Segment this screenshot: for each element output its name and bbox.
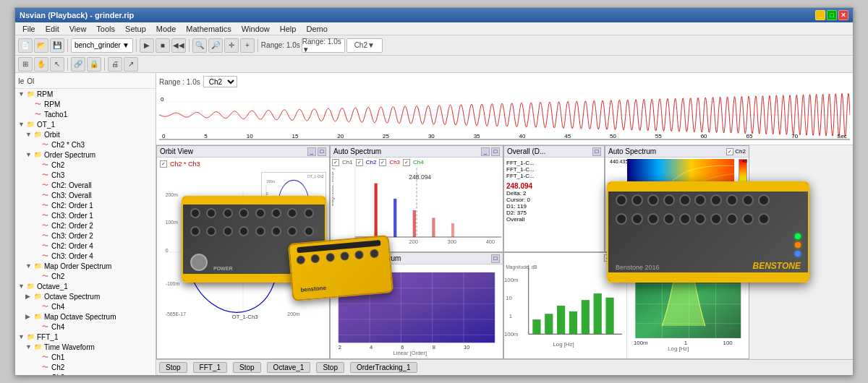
tree-ch2-overall[interactable]: 〜 Ch2: Overall xyxy=(15,180,156,190)
map-order-svg: 2 4 6 8 10 Linear [Order] xyxy=(331,264,503,358)
menu-help[interactable]: Help xyxy=(276,24,301,34)
tree-mo-ch2[interactable]: 〜 Ch2 xyxy=(15,271,156,281)
toolbar-zoom-in[interactable]: 🔍 xyxy=(192,38,207,53)
toolbar-print[interactable]: 🖨 xyxy=(108,57,122,72)
as-ch2-cb[interactable] xyxy=(356,159,363,166)
tree-ch3-order2[interactable]: 〜 Ch3: Order 2 xyxy=(15,231,156,241)
tree-time-waveform[interactable]: ▼ 📁 Time Waveform xyxy=(15,342,156,352)
orbit-max-btn[interactable]: □ xyxy=(318,147,326,156)
tree-label-ch2-o4: Ch2: Order 4 xyxy=(51,242,93,250)
svg-text:OT_1-Ch3: OT_1-Ch3 xyxy=(286,228,302,231)
wave-icon-3: 〜 xyxy=(40,140,50,149)
auto-spec-max[interactable]: □ xyxy=(491,147,500,156)
folder-icon-os2: 📁 xyxy=(33,292,43,301)
auto-spec-right-content: 440.435 104.65 xyxy=(605,158,749,251)
svg-rect-27 xyxy=(393,199,396,237)
tree-map-octave[interactable]: ▶ 📁 Map Octave Spectrum xyxy=(15,311,156,322)
tree-arrow-tw: ▼ xyxy=(25,343,33,350)
menu-window[interactable]: Window xyxy=(237,24,274,34)
toolbar-stop[interactable]: ■ xyxy=(156,38,170,53)
x-tick-5: 5 xyxy=(204,133,207,139)
range-dropdown[interactable]: Range: 1.0s ▼ xyxy=(302,38,345,53)
tree-rpm-channel[interactable]: 〜 RPM xyxy=(15,99,156,109)
tree-tw-ch3[interactable]: 〜 Ch3 xyxy=(15,372,156,375)
tree-tw-ch2[interactable]: 〜 Ch2 xyxy=(15,362,156,372)
svg-text:100: 100 xyxy=(723,340,733,346)
toolbar-link[interactable]: 🔗 xyxy=(71,57,85,72)
toolbar-cursor2[interactable]: + xyxy=(240,38,255,53)
tree-fft1[interactable]: ▼ 📁 FFT_1 xyxy=(15,332,156,342)
orbit-title: Orbit View _ □ xyxy=(157,146,329,158)
minimize-button[interactable]: _ xyxy=(815,10,825,20)
tree-orbit[interactable]: ▼ 📁 Orbit xyxy=(15,129,156,139)
tree-ch2-order4[interactable]: 〜 Ch2: Order 4 xyxy=(15,241,156,251)
close-button[interactable]: ✕ xyxy=(838,10,848,20)
toolbar-rewind[interactable]: ◀◀ xyxy=(171,38,186,53)
toolbar-play[interactable]: ▶ xyxy=(140,38,154,53)
menu-demo[interactable]: Demo xyxy=(302,24,331,34)
tree-ch2-order2[interactable]: 〜 Ch2: Order 2 xyxy=(15,220,156,231)
overall-cursor-val: 248.094 xyxy=(506,182,602,190)
orbit-min-btn[interactable]: _ xyxy=(307,147,316,156)
tree-ch3-overall[interactable]: 〜 Ch3: Overall xyxy=(15,190,156,200)
tree-oct-ch4[interactable]: 〜 Ch4 xyxy=(15,301,156,311)
bar-ch2-cb[interactable] xyxy=(604,254,611,262)
auto-spec-min[interactable]: _ xyxy=(481,147,490,156)
ch-selector[interactable]: Ch2 ▼ xyxy=(346,38,383,53)
bench-grinder-dropdown[interactable]: bench_grinder ▼ xyxy=(71,38,133,53)
tree-ch3-order4[interactable]: 〜 Ch3: Order 4 xyxy=(15,251,156,261)
toolbar-select[interactable]: ↖ xyxy=(50,57,64,72)
map-order-title-label: Map Order Spectrum xyxy=(333,254,401,262)
tree-order-spectrum[interactable]: ▼ 📁 Order Spectrum xyxy=(15,150,156,160)
toolbar-cursor[interactable]: ✛ xyxy=(224,38,239,53)
top-chart-ch-selector[interactable]: Ch2 xyxy=(203,76,237,87)
asr-ch2-cb[interactable] xyxy=(726,148,733,155)
as-ch3-cb[interactable] xyxy=(379,159,386,166)
menu-edit[interactable]: Edit xyxy=(41,24,64,34)
toolbar-lock[interactable]: 🔒 xyxy=(87,57,101,72)
map-order-max[interactable]: □ xyxy=(491,254,500,263)
toolbar-export[interactable]: ↗ xyxy=(124,57,138,72)
tree-ch3-order1[interactable]: 〜 Ch3: Order 1 xyxy=(15,210,156,220)
tree-rpm-root[interactable]: ▼ 📁 RPM xyxy=(15,89,156,99)
svg-text:100m: 100m xyxy=(633,340,647,346)
bench-grinder-label: bench_grinder xyxy=(75,41,121,49)
toolbar-new[interactable]: 📄 xyxy=(18,38,33,53)
tree-moc-ch4[interactable]: 〜 Ch4 xyxy=(15,322,156,332)
menu-setup[interactable]: Setup xyxy=(121,24,150,34)
menu-mode[interactable]: Mode xyxy=(152,24,181,34)
tree-octave1[interactable]: ▼ 📁 Octave_1 xyxy=(15,281,156,291)
tree-ch3[interactable]: 〜 Ch3 xyxy=(15,170,156,180)
wave-icon-5: 〜 xyxy=(40,171,50,179)
as-ch4-cb[interactable] xyxy=(403,159,410,166)
maximize-button[interactable]: □ xyxy=(827,10,837,20)
menu-mathematics[interactable]: Mathematics xyxy=(182,24,235,34)
wave-icon: 〜 xyxy=(33,100,43,108)
toolbar-open[interactable]: 📂 xyxy=(34,38,48,53)
menu-view[interactable]: View xyxy=(65,24,91,34)
menu-tools[interactable]: Tools xyxy=(92,24,119,34)
tree-ch2ch3[interactable]: 〜 Ch2 * Ch3 xyxy=(15,139,156,150)
tree-ot1[interactable]: ▼ 📁 OT_1 xyxy=(15,119,156,129)
tree-ch2-order1[interactable]: 〜 Ch2: Order 1 xyxy=(15,200,156,210)
orbit-ch2-checkbox[interactable] xyxy=(160,160,167,168)
toolbar-save[interactable]: 💾 xyxy=(50,38,64,53)
tree-arrow-mo: ▼ xyxy=(25,262,33,270)
toolbar-pan[interactable]: ✋ xyxy=(34,57,48,72)
status-octave1: Octave_1 xyxy=(267,362,311,373)
svg-text:Log [Hz]: Log [Hz] xyxy=(553,341,574,348)
tree-tacho[interactable]: 〜 Tacho1 xyxy=(15,109,156,119)
tree-tw-ch1[interactable]: 〜 Ch1 xyxy=(15,352,156,362)
as-ch1-cb[interactable] xyxy=(332,159,339,166)
menu-file[interactable]: File xyxy=(18,24,40,34)
toolbar-zoom-out[interactable]: 🔎 xyxy=(208,38,223,53)
asr-colorbar-label: dB xyxy=(745,204,749,209)
svg-rect-65 xyxy=(532,319,540,334)
tree-label-os: Order Spectrum xyxy=(44,151,95,159)
tree-map-order[interactable]: ▼ 📁 Map Order Spectrum xyxy=(15,261,156,271)
toolbar-grid[interactable]: ⊞ xyxy=(18,57,33,72)
tree-ch2[interactable]: 〜 Ch2 xyxy=(15,160,156,170)
colorbar-max: 40 xyxy=(742,159,747,163)
overall-max[interactable]: □ xyxy=(592,147,601,156)
tree-octave-spectrum[interactable]: ▶ 📁 Octave Spectrum xyxy=(15,291,156,301)
